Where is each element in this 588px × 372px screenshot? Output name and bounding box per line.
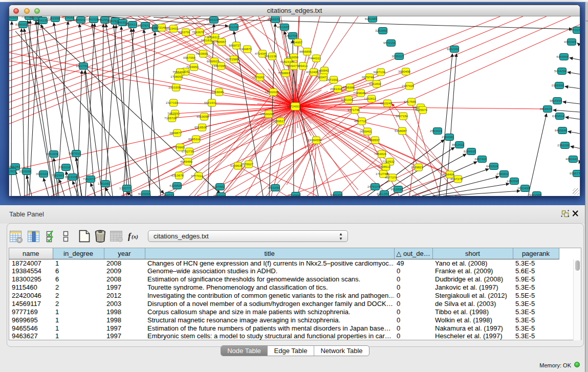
svg-text:18724007: 18724007 <box>287 104 301 108</box>
svg-text:3872148: 3872148 <box>154 26 167 29</box>
svg-text:2003791: 2003791 <box>178 30 191 34</box>
svg-text:5331586: 5331586 <box>529 193 542 196</box>
svg-text:2941318: 2941318 <box>330 87 343 91</box>
svg-text:1280598: 1280598 <box>507 179 519 183</box>
svg-text:18302027: 18302027 <box>265 90 279 94</box>
svg-text:2654235: 2654235 <box>35 18 48 22</box>
svg-text:9361832: 9361832 <box>369 82 382 85</box>
svg-text:4145868: 4145868 <box>556 55 569 58</box>
svg-text:8313678: 8313678 <box>171 173 184 177</box>
svg-text:9570154: 9570154 <box>383 41 396 45</box>
svg-text:6945314: 6945314 <box>188 137 201 141</box>
svg-text:1051834: 1051834 <box>46 152 59 156</box>
svg-text:1870262: 1870262 <box>252 75 265 79</box>
svg-text:5812236: 5812236 <box>265 54 277 58</box>
svg-text:3315098: 3315098 <box>19 169 32 173</box>
svg-text:0967054: 0967054 <box>183 56 196 59</box>
svg-text:7262473: 7262473 <box>83 177 96 181</box>
svg-text:2849877: 2849877 <box>169 131 182 135</box>
svg-text:8196001: 8196001 <box>15 23 28 26</box>
svg-text:4549480: 4549480 <box>180 160 193 163</box>
svg-text:3990490: 3990490 <box>398 70 411 73</box>
svg-text:0196556: 0196556 <box>552 83 564 87</box>
svg-text:2400842: 2400842 <box>317 69 330 72</box>
svg-text:4330365: 4330365 <box>564 40 577 43</box>
svg-text:7434873: 7434873 <box>239 47 252 51</box>
svg-text:(x): (x) <box>132 233 138 240</box>
svg-text:9816934: 9816934 <box>550 99 562 102</box>
svg-text:15300295: 15300295 <box>260 112 274 116</box>
svg-text:3467065: 3467065 <box>213 64 226 68</box>
svg-text:1462704: 1462704 <box>285 34 298 37</box>
svg-text:9232260: 9232260 <box>447 47 460 51</box>
svg-text:8244935: 8244935 <box>464 149 476 153</box>
svg-text:1003309: 1003309 <box>168 85 181 89</box>
svg-text:2620450: 2620450 <box>517 186 530 190</box>
svg-text:7382997: 7382997 <box>52 173 64 177</box>
svg-text:19384554: 19384554 <box>308 138 322 142</box>
svg-text:6073375: 6073375 <box>570 28 580 32</box>
svg-text:6026064: 6026064 <box>138 192 151 195</box>
svg-text:4801845: 4801845 <box>277 25 290 29</box>
svg-text:4657871: 4657871 <box>9 169 17 173</box>
svg-text:7468723: 7468723 <box>162 193 175 196</box>
svg-text:0812191: 0812191 <box>213 194 226 196</box>
svg-text:3930103: 3930103 <box>36 172 49 176</box>
svg-text:1232812: 1232812 <box>364 97 377 100</box>
svg-text:5435346: 5435346 <box>330 193 343 196</box>
svg-text:1161559: 1161559 <box>48 16 60 20</box>
svg-text:5667010: 5667010 <box>69 151 81 155</box>
svg-text:8495931: 8495931 <box>73 18 86 21</box>
svg-text:2366299: 2366299 <box>557 143 570 147</box>
svg-text:3619399: 3619399 <box>268 186 280 189</box>
svg-text:0916998: 0916998 <box>288 193 301 196</box>
svg-text:6999386: 6999386 <box>342 85 355 89</box>
svg-text:7749649: 7749649 <box>353 91 366 95</box>
svg-text:4078161: 4078161 <box>62 16 75 19</box>
svg-text:3763116: 3763116 <box>58 165 71 169</box>
svg-text:7693676: 7693676 <box>192 30 205 34</box>
svg-text:1712748: 1712748 <box>376 172 388 176</box>
svg-text:6159514: 6159514 <box>552 114 565 118</box>
svg-text:4309805: 4309805 <box>169 184 182 187</box>
svg-text:4997278: 4997278 <box>450 177 463 181</box>
svg-text:3487401: 3487401 <box>474 157 487 161</box>
svg-text:4658404: 4658404 <box>442 172 455 176</box>
svg-text:4808613: 4808613 <box>378 165 391 168</box>
svg-text:8412411: 8412411 <box>452 143 464 146</box>
svg-text:0576627: 0576627 <box>241 162 254 166</box>
svg-text:3056413: 3056413 <box>125 23 138 26</box>
svg-text:9513433: 9513433 <box>166 27 179 30</box>
svg-text:6513338: 6513338 <box>65 175 78 179</box>
svg-text:2787429: 2787429 <box>402 84 415 87</box>
svg-text:6038597: 6038597 <box>367 138 380 142</box>
svg-text:1326773: 1326773 <box>119 186 132 190</box>
svg-text:4677378: 4677378 <box>385 176 398 179</box>
svg-text:5168087: 5168087 <box>395 129 407 133</box>
svg-text:2327193: 2327193 <box>166 101 179 104</box>
svg-text:0341316: 0341316 <box>86 17 99 21</box>
svg-text:0752735: 0752735 <box>182 149 194 153</box>
svg-text:3252880: 3252880 <box>375 29 388 32</box>
svg-text:4896383: 4896383 <box>9 165 20 168</box>
svg-text:8708317: 8708317 <box>207 35 220 39</box>
svg-text:8856855: 8856855 <box>299 50 312 53</box>
svg-text:7710932: 7710932 <box>382 160 395 163</box>
svg-text:1708053: 1708053 <box>170 75 183 78</box>
svg-text:4251354: 4251354 <box>377 192 389 195</box>
svg-text:0679740: 0679740 <box>362 75 375 79</box>
svg-text:9537672: 9537672 <box>138 24 150 27</box>
svg-text:1043321: 1043321 <box>9 16 18 19</box>
svg-text:0608835: 0608835 <box>540 107 553 111</box>
svg-text:6965328: 6965328 <box>206 18 219 21</box>
svg-text:2784980: 2784980 <box>442 135 454 139</box>
svg-text:9471746: 9471746 <box>347 108 360 112</box>
svg-text:9868727: 9868727 <box>229 43 242 47</box>
svg-text:6400524: 6400524 <box>486 164 499 168</box>
svg-text:6631931: 6631931 <box>204 101 217 104</box>
svg-text:2475107: 2475107 <box>367 185 380 188</box>
svg-text:7204653: 7204653 <box>186 65 199 69</box>
svg-text:0097882: 0097882 <box>212 185 225 188</box>
svg-text:6717565: 6717565 <box>404 100 417 103</box>
svg-text:7603669: 7603669 <box>195 52 208 55</box>
